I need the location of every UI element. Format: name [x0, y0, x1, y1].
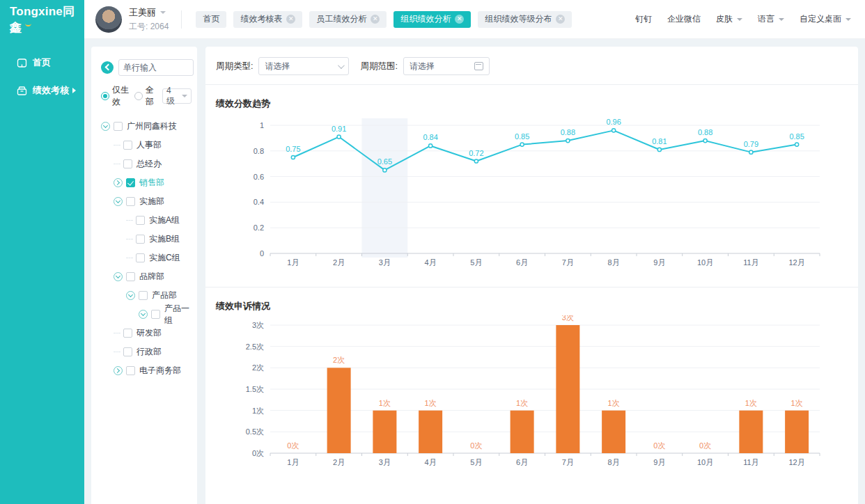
action-label: 语言 [758, 13, 774, 25]
svg-text:3次: 3次 [562, 315, 574, 322]
tab-employee-analysis[interactable]: 员工绩效分析 ✕ [309, 11, 387, 28]
svg-text:0.8: 0.8 [254, 147, 264, 155]
checkbox[interactable] [139, 291, 148, 300]
tree-item[interactable]: 实施部 [91, 194, 197, 209]
checkbox-checked[interactable] [126, 178, 135, 187]
svg-text:0.4: 0.4 [254, 198, 264, 206]
appeal-title: 绩效申诉情况 [216, 300, 844, 313]
svg-text:1月: 1月 [287, 258, 299, 267]
tree-item[interactable]: 人事部 [91, 138, 197, 152]
svg-text:8月: 8月 [608, 458, 620, 466]
app-logo[interactable]: Tongxine同鑫 [0, 0, 84, 39]
level-select[interactable]: 4级 [162, 88, 192, 104]
cycle-range-label: 周期范围: [360, 61, 397, 72]
svg-text:1次: 1次 [608, 399, 620, 407]
tree-item-label: 销售部 [139, 177, 164, 189]
expand-icon[interactable] [139, 310, 148, 319]
tab-bar: 首页 绩效考核表 ✕ 员工绩效分析 ✕ 组织绩效分析 ✕ 组织绩效等级分布 ✕ [196, 11, 572, 28]
top-header: 王美丽 工号: 2064 首页 绩效考核表 ✕ 员工绩效分析 ✕ 组织绩效分析 … [84, 0, 865, 39]
checkbox[interactable] [126, 272, 135, 281]
expand-icon[interactable] [114, 197, 123, 206]
checkbox[interactable] [123, 347, 132, 356]
action-language[interactable]: 语言 [758, 13, 784, 25]
close-icon[interactable]: ✕ [286, 15, 295, 24]
svg-text:1次: 1次 [252, 407, 264, 415]
checkbox[interactable] [151, 310, 160, 319]
svg-text:11月: 11月 [743, 258, 758, 267]
checkbox[interactable] [123, 329, 132, 338]
expand-icon[interactable] [126, 291, 135, 300]
cycle-range-picker[interactable]: 请选择 [403, 57, 490, 75]
tree-item[interactable]: 实施C组 [91, 251, 197, 265]
tree-item-label: 实施B组 [149, 233, 180, 245]
tab-org-analysis[interactable]: 组织绩效分析 ✕ [393, 11, 471, 28]
tree-item[interactable]: 实施B组 [91, 232, 197, 246]
expand-icon[interactable] [114, 366, 123, 375]
sidebar-item-performance[interactable]: 绩效考核 [0, 77, 84, 104]
tab-assessment-form[interactable]: 绩效考核表 ✕ [233, 11, 302, 28]
tree-item[interactable]: 实施A组 [91, 213, 197, 228]
svg-text:0.88: 0.88 [561, 128, 575, 136]
checkbox[interactable] [123, 159, 132, 168]
checkbox[interactable] [123, 141, 132, 150]
action-custom-desktop[interactable]: 自定义桌面 [800, 13, 851, 25]
tree-item[interactable]: 品牌部 [91, 269, 197, 284]
close-icon[interactable]: ✕ [371, 15, 380, 24]
tree-item[interactable]: 广州同鑫科技 [91, 119, 197, 134]
chevron-down-icon [779, 18, 784, 21]
close-icon[interactable]: ✕ [556, 15, 565, 24]
tree-item[interactable]: 行政部 [91, 345, 197, 359]
svg-text:0次: 0次 [699, 441, 711, 450]
svg-text:0.85: 0.85 [515, 132, 529, 141]
tree-search-input[interactable] [118, 59, 194, 76]
tab-home[interactable]: 首页 [196, 11, 226, 28]
svg-text:1次: 1次 [516, 399, 528, 407]
cycle-type-select[interactable]: 请选择 [258, 57, 349, 75]
svg-text:12月: 12月 [789, 458, 805, 466]
checkbox[interactable] [136, 235, 145, 244]
expand-icon[interactable] [101, 122, 110, 131]
expand-icon[interactable] [114, 272, 123, 281]
checkbox[interactable] [126, 366, 135, 375]
score-trend-line-chart[interactable]: 00.20.40.60.811月2月3月4月5月6月7月8月9月10月11月12… [216, 113, 843, 277]
appeal-bar-chart[interactable]: 0次0.5次1次1.5次2次2.5次3次1月2月3月4月5月6月7月8月9月10… [216, 315, 843, 479]
tree-item[interactable]: 总经办 [91, 157, 197, 171]
user-avatar[interactable] [95, 6, 122, 33]
svg-text:10月: 10月 [697, 458, 713, 466]
collapse-panel-button[interactable] [101, 61, 114, 74]
svg-text:2.5次: 2.5次 [246, 342, 264, 351]
action-label: 企业微信 [667, 13, 701, 25]
tree-item[interactable]: 电子商务部 [91, 363, 197, 378]
tree-item-selected[interactable]: 销售部 [91, 175, 197, 190]
radio-all[interactable] [134, 92, 143, 100]
checkbox[interactable] [136, 216, 145, 225]
svg-text:8月: 8月 [608, 258, 620, 267]
svg-text:0.81: 0.81 [652, 137, 667, 145]
svg-text:1: 1 [260, 121, 264, 129]
svg-text:0: 0 [260, 249, 264, 258]
tree-item[interactable]: 研发部 [91, 326, 197, 340]
performance-box-icon [17, 86, 27, 96]
close-icon[interactable]: ✕ [455, 15, 464, 24]
svg-text:6月: 6月 [516, 458, 528, 466]
svg-text:1.5次: 1.5次 [246, 385, 264, 393]
tree-item[interactable]: 产品部 [91, 288, 197, 303]
action-wecom[interactable]: 企业微信 [667, 13, 701, 25]
expand-icon[interactable] [114, 178, 123, 187]
app-sidebar: Tongxine同鑫 首页 绩效考核 [0, 0, 84, 504]
tree-item-label: 人事部 [137, 139, 162, 151]
sidebar-item-label: 绩效考核 [33, 84, 69, 97]
svg-text:9月: 9月 [653, 458, 665, 466]
checkbox[interactable] [136, 253, 145, 262]
checkbox[interactable] [114, 122, 123, 131]
action-skin[interactable]: 皮肤 [716, 13, 742, 25]
tab-org-grade-distribution[interactable]: 组织绩效等级分布 ✕ [478, 11, 572, 28]
tree-item[interactable]: 产品一组 [91, 307, 197, 322]
user-block[interactable]: 王美丽 工号: 2064 [84, 6, 181, 33]
svg-text:10月: 10月 [697, 258, 713, 267]
radio-active-only[interactable] [101, 92, 109, 100]
sidebar-item-home[interactable]: 首页 [0, 49, 84, 77]
action-dingtalk[interactable]: 钉钉 [635, 13, 652, 25]
checkbox[interactable] [126, 197, 135, 206]
svg-text:5月: 5月 [470, 458, 482, 466]
